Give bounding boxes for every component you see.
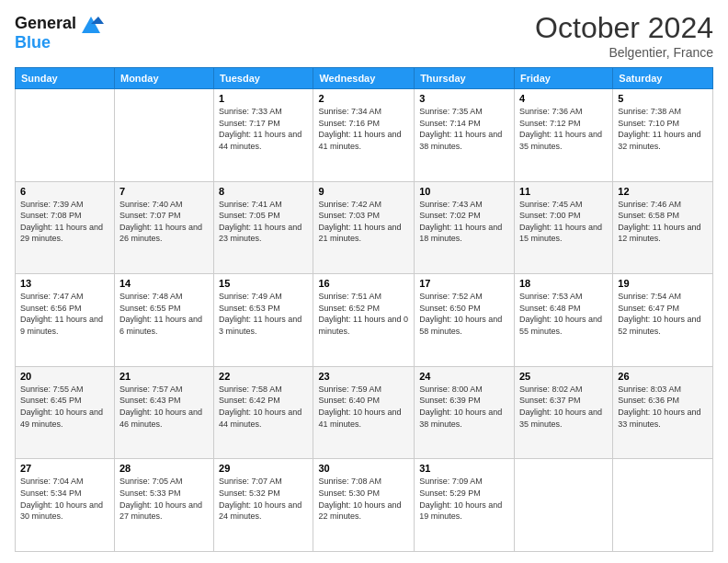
cell-info: Sunrise: 7:34 AMSunset: 7:16 PMDaylight:…: [318, 106, 409, 152]
cell-info: Sunrise: 7:54 AMSunset: 6:47 PMDaylight:…: [618, 291, 708, 337]
table-row: [16, 89, 115, 182]
cell-day-number: 30: [318, 463, 409, 474]
location: Belgentier, France: [535, 45, 713, 60]
cell-info: Sunrise: 8:00 AMSunset: 6:39 PMDaylight:…: [419, 384, 509, 430]
table-row: 21 Sunrise: 7:57 AMSunset: 6:43 PMDaylig…: [114, 366, 213, 459]
cell-day-number: 2: [318, 93, 409, 104]
table-row: 18 Sunrise: 7:53 AMSunset: 6:48 PMDaylig…: [514, 274, 612, 367]
cell-info: Sunrise: 7:35 AMSunset: 7:14 PMDaylight:…: [419, 106, 509, 152]
col-friday: Friday: [514, 68, 612, 89]
calendar-week-row: 13 Sunrise: 7:47 AMSunset: 6:56 PMDaylig…: [16, 274, 713, 367]
cell-day-number: 13: [20, 278, 109, 289]
month-title: October 2024: [535, 11, 713, 45]
table-row: 12 Sunrise: 7:46 AMSunset: 6:58 PMDaylig…: [613, 181, 713, 274]
col-thursday: Thursday: [415, 68, 515, 89]
col-monday: Monday: [114, 68, 213, 89]
table-row: 6 Sunrise: 7:39 AMSunset: 7:08 PMDayligh…: [16, 181, 115, 274]
cell-info: Sunrise: 7:33 AMSunset: 7:17 PMDaylight:…: [219, 106, 308, 152]
cell-day-number: 25: [519, 371, 608, 382]
cell-info: Sunrise: 7:48 AMSunset: 6:55 PMDaylight:…: [119, 291, 209, 337]
cell-info: Sunrise: 7:09 AMSunset: 5:29 PMDaylight:…: [419, 476, 509, 522]
cell-info: Sunrise: 7:42 AMSunset: 7:03 PMDaylight:…: [318, 199, 409, 245]
cell-day-number: 17: [419, 278, 509, 289]
header: General Blue October 2024 Belgentier, Fr…: [15, 11, 713, 60]
cell-day-number: 19: [618, 278, 708, 289]
cell-day-number: 27: [20, 463, 109, 474]
calendar-header-row: Sunday Monday Tuesday Wednesday Thursday…: [16, 68, 713, 89]
cell-day-number: 23: [318, 371, 409, 382]
table-row: 5 Sunrise: 7:38 AMSunset: 7:10 PMDayligh…: [613, 89, 713, 182]
cell-day-number: 5: [618, 93, 708, 104]
table-row: 20 Sunrise: 7:55 AMSunset: 6:45 PMDaylig…: [16, 366, 115, 459]
col-tuesday: Tuesday: [214, 68, 313, 89]
table-row: 17 Sunrise: 7:52 AMSunset: 6:50 PMDaylig…: [415, 274, 515, 367]
table-row: 4 Sunrise: 7:36 AMSunset: 7:12 PMDayligh…: [514, 89, 612, 182]
table-row: 26 Sunrise: 8:03 AMSunset: 6:36 PMDaylig…: [613, 366, 713, 459]
logo-text: General: [15, 15, 76, 33]
cell-info: Sunrise: 7:58 AMSunset: 6:42 PMDaylight:…: [219, 384, 308, 430]
table-row: 13 Sunrise: 7:47 AMSunset: 6:56 PMDaylig…: [16, 274, 115, 367]
cell-info: Sunrise: 7:55 AMSunset: 6:45 PMDaylight:…: [20, 384, 109, 430]
cell-info: Sunrise: 7:38 AMSunset: 7:10 PMDaylight:…: [618, 106, 708, 152]
cell-day-number: 8: [219, 186, 308, 197]
cell-day-number: 20: [20, 371, 109, 382]
cell-day-number: 6: [20, 186, 109, 197]
cell-info: Sunrise: 7:40 AMSunset: 7:07 PMDaylight:…: [119, 199, 209, 245]
col-wednesday: Wednesday: [313, 68, 415, 89]
cell-day-number: 1: [219, 93, 308, 104]
table-row: [114, 89, 213, 182]
table-row: 28 Sunrise: 7:05 AMSunset: 5:33 PMDaylig…: [114, 459, 213, 552]
cell-day-number: 3: [419, 93, 509, 104]
cell-day-number: 9: [318, 186, 409, 197]
table-row: 31 Sunrise: 7:09 AMSunset: 5:29 PMDaylig…: [415, 459, 515, 552]
table-row: 1 Sunrise: 7:33 AMSunset: 7:17 PMDayligh…: [214, 89, 313, 182]
cell-info: Sunrise: 7:59 AMSunset: 6:40 PMDaylight:…: [318, 384, 409, 430]
cell-day-number: 12: [618, 186, 708, 197]
cell-info: Sunrise: 7:47 AMSunset: 6:56 PMDaylight:…: [20, 291, 109, 337]
cell-day-number: 18: [519, 278, 608, 289]
cell-day-number: 11: [519, 186, 608, 197]
table-row: 27 Sunrise: 7:04 AMSunset: 5:34 PMDaylig…: [16, 459, 115, 552]
cell-day-number: 26: [618, 371, 708, 382]
cell-day-number: 28: [119, 463, 209, 474]
cell-day-number: 16: [318, 278, 409, 289]
table-row: 2 Sunrise: 7:34 AMSunset: 7:16 PMDayligh…: [313, 89, 415, 182]
table-row: 19 Sunrise: 7:54 AMSunset: 6:47 PMDaylig…: [613, 274, 713, 367]
table-row: 10 Sunrise: 7:43 AMSunset: 7:02 PMDaylig…: [415, 181, 515, 274]
cell-day-number: 10: [419, 186, 509, 197]
cell-info: Sunrise: 7:46 AMSunset: 6:58 PMDaylight:…: [618, 199, 708, 245]
table-row: 25 Sunrise: 8:02 AMSunset: 6:37 PMDaylig…: [514, 366, 612, 459]
table-row: 8 Sunrise: 7:41 AMSunset: 7:05 PMDayligh…: [214, 181, 313, 274]
table-row: 29 Sunrise: 7:07 AMSunset: 5:32 PMDaylig…: [214, 459, 313, 552]
table-row: [613, 459, 713, 552]
table-row: 11 Sunrise: 7:45 AMSunset: 7:00 PMDaylig…: [514, 181, 612, 274]
calendar-week-row: 20 Sunrise: 7:55 AMSunset: 6:45 PMDaylig…: [16, 366, 713, 459]
cell-info: Sunrise: 7:41 AMSunset: 7:05 PMDaylight:…: [219, 199, 308, 245]
cell-day-number: 4: [519, 93, 608, 104]
col-sunday: Sunday: [16, 68, 115, 89]
cell-info: Sunrise: 7:39 AMSunset: 7:08 PMDaylight:…: [20, 199, 109, 245]
cell-info: Sunrise: 7:08 AMSunset: 5:30 PMDaylight:…: [318, 476, 409, 522]
table-row: 16 Sunrise: 7:51 AMSunset: 6:52 PMDaylig…: [313, 274, 415, 367]
logo-icon: [78, 11, 104, 37]
cell-info: Sunrise: 8:02 AMSunset: 6:37 PMDaylight:…: [519, 384, 608, 430]
cell-day-number: 7: [119, 186, 209, 197]
calendar-week-row: 1 Sunrise: 7:33 AMSunset: 7:17 PMDayligh…: [16, 89, 713, 182]
cell-day-number: 15: [219, 278, 308, 289]
cell-info: Sunrise: 7:04 AMSunset: 5:34 PMDaylight:…: [20, 476, 109, 522]
col-saturday: Saturday: [613, 68, 713, 89]
table-row: 7 Sunrise: 7:40 AMSunset: 7:07 PMDayligh…: [114, 181, 213, 274]
cell-info: Sunrise: 7:36 AMSunset: 7:12 PMDaylight:…: [519, 106, 608, 152]
table-row: 22 Sunrise: 7:58 AMSunset: 6:42 PMDaylig…: [214, 366, 313, 459]
cell-info: Sunrise: 7:51 AMSunset: 6:52 PMDaylight:…: [318, 291, 409, 337]
table-row: 9 Sunrise: 7:42 AMSunset: 7:03 PMDayligh…: [313, 181, 415, 274]
cell-info: Sunrise: 7:43 AMSunset: 7:02 PMDaylight:…: [419, 199, 509, 245]
table-row: [514, 459, 612, 552]
table-row: 3 Sunrise: 7:35 AMSunset: 7:14 PMDayligh…: [415, 89, 515, 182]
cell-info: Sunrise: 8:03 AMSunset: 6:36 PMDaylight:…: [618, 384, 708, 430]
cell-info: Sunrise: 7:49 AMSunset: 6:53 PMDaylight:…: [219, 291, 308, 337]
cell-info: Sunrise: 7:53 AMSunset: 6:48 PMDaylight:…: [519, 291, 608, 337]
table-row: 15 Sunrise: 7:49 AMSunset: 6:53 PMDaylig…: [214, 274, 313, 367]
cell-info: Sunrise: 7:45 AMSunset: 7:00 PMDaylight:…: [519, 199, 608, 245]
calendar-week-row: 27 Sunrise: 7:04 AMSunset: 5:34 PMDaylig…: [16, 459, 713, 552]
